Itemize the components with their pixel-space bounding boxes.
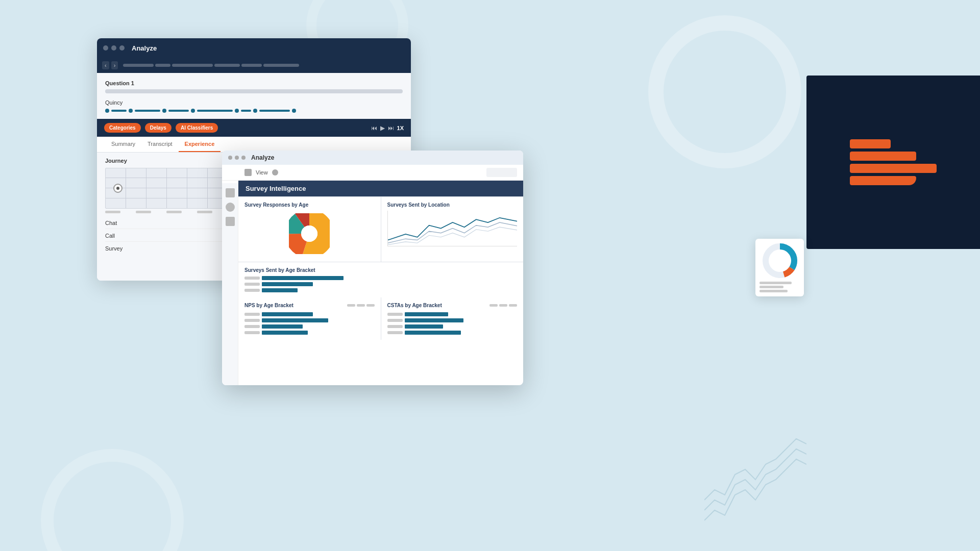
- card-survey-responses-by-age: Survey Responses by Age: [238, 197, 381, 262]
- card-2-title: Surveys Sent by Location: [387, 202, 518, 208]
- bg-arc-2: [41, 449, 184, 551]
- fast-forward-button[interactable]: ⏭: [388, 124, 394, 132]
- cstas-bar-3: [387, 324, 518, 329]
- nps-bl-2: [244, 319, 260, 322]
- card-3-title: Surveys Sent by Age Bracket: [244, 267, 517, 273]
- tl-bar-6: [259, 110, 290, 112]
- view-label: View: [256, 169, 268, 176]
- nps-bar-2: [244, 318, 375, 322]
- axis-label-4: [197, 211, 212, 213]
- filter-toolbar: Categories Delays AI Classifiers ⏮ ▶ ⏭ 1…: [97, 119, 411, 137]
- nps-dots: [347, 304, 375, 307]
- bg-chart-decoration: [704, 398, 806, 551]
- tab-summary[interactable]: Summary: [105, 137, 141, 152]
- categories-button[interactable]: Categories: [104, 123, 141, 133]
- question-input[interactable]: [105, 89, 403, 93]
- cstas-dot-3: [509, 304, 517, 307]
- navbar-1: ‹ ›: [97, 58, 411, 73]
- svg-point-8: [772, 253, 788, 269]
- card-surveys-by-age-bracket: Surveys Sent by Age Bracket: [238, 262, 523, 297]
- cstas-dot-2: [499, 304, 507, 307]
- pie-chart: [289, 213, 330, 254]
- nps-bf-1: [262, 312, 313, 316]
- donut-legend-1: [760, 282, 792, 284]
- journey-cursor: [113, 184, 122, 193]
- cstas-bl-4: [387, 331, 403, 334]
- ai-classifiers-button[interactable]: AI Classifiers: [176, 123, 218, 133]
- nps-bf-2: [262, 318, 328, 322]
- survey-window-title: Analyze: [251, 154, 274, 161]
- cstas-bl-3: [387, 325, 403, 328]
- rewind-button[interactable]: ⏮: [371, 124, 377, 132]
- crumb-5: [241, 64, 262, 67]
- survey-intelligence-window: Analyze View Survey Intelligence Survey …: [222, 151, 523, 385]
- axis-label-1: [105, 211, 120, 213]
- back-button[interactable]: ‹: [102, 61, 109, 69]
- bar-row-2: [244, 282, 517, 286]
- logo-bar-1: [850, 139, 891, 148]
- cstas-bf-1: [405, 312, 448, 316]
- sidebar-icon-3[interactable]: [226, 217, 235, 226]
- pie-chart-container: [244, 211, 375, 257]
- crumb-3: [172, 64, 213, 67]
- sidebar-icon-2[interactable]: [226, 203, 235, 212]
- donut-chart-svg: [762, 243, 798, 279]
- cstas-bf-4: [405, 331, 461, 335]
- breadcrumb-bar: [123, 64, 406, 67]
- line-chart-svg: [388, 211, 518, 246]
- cstas-bar-4: [387, 331, 518, 335]
- tab-transcript[interactable]: Transcript: [141, 137, 179, 152]
- logo-bar-2: [850, 152, 916, 161]
- question-label: Question 1: [105, 80, 403, 86]
- traffic-light-2: [111, 45, 116, 51]
- traffic-light-3: [119, 45, 125, 51]
- tl-dot-4: [191, 109, 195, 113]
- bg-arc-1: [648, 15, 801, 168]
- nps-bar-3: [244, 324, 375, 329]
- cstas-bf-3: [405, 324, 443, 329]
- cstas-bar-2: [387, 318, 518, 322]
- bar-fill-3: [262, 288, 298, 292]
- bar-fill-2: [262, 282, 313, 286]
- nps-bars: [244, 312, 375, 335]
- nps-bf-3: [262, 324, 303, 329]
- bar-label-1: [244, 277, 260, 280]
- play-button[interactable]: ▶: [380, 124, 385, 132]
- tl-dot-3: [162, 109, 166, 113]
- survey-titlebar: Analyze: [222, 151, 523, 165]
- link-icon[interactable]: [272, 169, 278, 176]
- dashboard-grid-bottom: NPS by Age Bracket: [238, 297, 523, 340]
- logo-bar-4: [850, 176, 916, 185]
- nps-bl-3: [244, 325, 260, 328]
- tl-dot-7: [292, 109, 296, 113]
- delays-button[interactable]: Delays: [145, 123, 172, 133]
- cstas-dots: [489, 304, 517, 307]
- tab-experience[interactable]: Experience: [179, 137, 221, 152]
- toolbar-grid-icon: [244, 169, 252, 176]
- cstas-bf-2: [405, 318, 463, 322]
- tl-dot-5: [235, 109, 239, 113]
- toolbar-search[interactable]: [486, 168, 517, 177]
- card-1-title: Survey Responses by Age: [244, 202, 375, 208]
- speed-label[interactable]: 1X: [397, 125, 404, 131]
- nps-dot-1: [347, 304, 355, 307]
- bar-row-3: [244, 288, 517, 292]
- nps-bf-4: [262, 331, 308, 335]
- tl-bar-5: [241, 110, 251, 112]
- forward-button[interactable]: ›: [111, 61, 118, 69]
- playback-controls: ⏮ ▶ ⏭ 1X: [371, 124, 404, 132]
- window-title-1: Analyze: [132, 44, 157, 52]
- audio-timeline: [105, 109, 403, 113]
- survey-header-bar: Survey Intelligence: [238, 181, 523, 196]
- brand-logo: [850, 139, 937, 185]
- nps-bar-1: [244, 312, 375, 316]
- cstas-bar-1: [387, 312, 518, 316]
- crumb-4: [214, 64, 240, 67]
- axis-label-2: [136, 211, 151, 213]
- cursor-inner: [116, 187, 119, 190]
- view-button[interactable]: View: [256, 169, 268, 176]
- donut-legend-3: [760, 290, 788, 292]
- sidebar-icon-1[interactable]: [226, 188, 235, 197]
- survey-dot-2: [235, 156, 239, 160]
- svg-point-4: [301, 226, 317, 242]
